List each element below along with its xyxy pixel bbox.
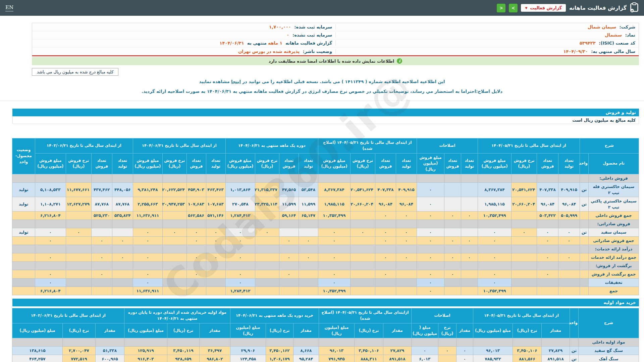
value-cell: ۹۸۶,۸۰۲	[199, 355, 230, 362]
column-header: نرخ (ریال)	[438, 323, 456, 338]
info-row: شرکت: سیمان شمال سرمایه ثبت شده: ۱,۷۰۰,۰…	[32, 23, 639, 31]
value-cell	[537, 262, 558, 270]
status-cell	[12, 245, 35, 253]
report-type-dropdown[interactable]: گزارش فعالیت ▼	[521, 4, 566, 12]
value-cell: ۰	[350, 228, 375, 237]
info-row: نماد: سشمال سرمایه ثبت نشده: ۰	[32, 31, 639, 39]
value-cell: ۴۰۹,۹۱۵	[558, 183, 580, 197]
unit-cell	[580, 212, 588, 220]
raw-materials-table-wrap: شرحواحداز ابتدای سال مالی تا تاریخ ۱۴۰۴/…	[12, 308, 639, 362]
column-header: مبلغ ( میلیون ریال)	[411, 323, 438, 338]
value-cell: ۰	[91, 237, 112, 245]
value-cell	[299, 270, 318, 279]
value-cell: ۶,۲۱۶,۸۰۴	[35, 212, 66, 220]
value-cell: ۰	[417, 287, 444, 295]
chevron-down-icon: ▼	[525, 6, 527, 10]
value-cell	[383, 338, 411, 347]
info-label: منتهی به	[246, 41, 267, 46]
language-switch-en[interactable]: EN	[5, 4, 13, 11]
value-cell: ۲۳,۳۲۵,۱۱۴	[255, 197, 279, 212]
info-value: ۱ ماهه	[267, 41, 284, 46]
column-header: نرخ (ریال)	[62, 323, 95, 338]
value-cell: ۰	[186, 270, 206, 279]
previous-version-link[interactable]: اینجا	[231, 79, 241, 84]
value-cell: ۴۶۳,۴۶۳	[206, 183, 225, 197]
value-cell	[558, 270, 580, 279]
value-cell	[255, 245, 279, 253]
info-label: سال مالی منتهی به:	[590, 49, 635, 54]
value-cell: ۵۰۳,۴۲۲	[537, 212, 558, 220]
column-header: تعداد فروش	[537, 153, 558, 174]
value-cell: ۴۷,۵۶۵	[279, 183, 299, 197]
value-cell: ۳,۴۵۰,۱۱۹	[167, 347, 199, 355]
info-cell: گزارش فعالیت ماهانه ۱ ماهه منتهی به ۱۴۰۴…	[32, 41, 335, 46]
value-cell: ۰	[91, 253, 112, 262]
value-cell: ۴۴۸,۰۵۶	[112, 183, 133, 197]
unit-cell: تن	[580, 197, 588, 212]
value-cell	[66, 245, 91, 253]
table-row: جمع درآمد ارائه خدمات۰۰۰۰۰۰۰۰۰۰۰۰۰۰۰۰۰۰	[12, 253, 639, 262]
value-cell	[112, 270, 133, 279]
value-cell	[537, 287, 558, 295]
info-label: کد صنعت (ISIC):	[597, 41, 635, 46]
value-cell	[318, 174, 350, 183]
column-group-header: اصلاحات	[417, 138, 478, 154]
section-row-label: مواد اولیه داخلی	[579, 338, 639, 347]
value-cell: ۰	[318, 270, 350, 279]
value-cell: ۰	[511, 228, 537, 237]
column-header: مبلغ (میلیون ریال)	[124, 323, 167, 338]
value-cell	[318, 262, 350, 270]
section-row-label: برگشت از فروش:	[589, 262, 639, 270]
column-header: تعداد تولید	[558, 153, 580, 174]
value-cell	[299, 245, 318, 253]
value-cell	[255, 212, 279, 220]
next-report-button[interactable]: >	[509, 4, 518, 12]
value-cell	[35, 245, 66, 253]
value-cell: ۰	[318, 237, 350, 245]
value-cell: ۴۵۴,۹۰۳	[186, 183, 206, 197]
column-header: تعداد تولید	[396, 153, 417, 174]
value-cell	[478, 262, 511, 270]
value-cell: ۰	[461, 237, 478, 245]
column-header: مقدار	[456, 323, 473, 338]
value-cell: ۰	[186, 237, 206, 245]
value-cell	[299, 220, 318, 228]
value-cell	[444, 245, 461, 253]
value-cell: ۰	[299, 237, 318, 245]
value-cell	[473, 338, 513, 347]
value-cell	[444, 262, 461, 270]
column-header: مبلغ (میلیون ریال)	[12, 323, 62, 338]
value-cell: ۰	[478, 237, 511, 245]
value-cell: ۵۰۵,۹۹۹	[558, 212, 580, 220]
value-cell: ۱,۰۱۳,۸۶۴	[225, 183, 255, 197]
value-cell: ۶۵,۱۴۷	[299, 212, 318, 220]
info-cell: سال مالی منتهی به: ۱۴۰۴/۰۹/۳۰	[335, 49, 639, 54]
row-label: سیمان خاکستري فله تیپ ۲	[589, 183, 639, 197]
column-header: نرخ (ریال)	[266, 323, 293, 338]
value-cell	[66, 262, 91, 270]
value-cell	[319, 338, 354, 347]
value-cell: ۰	[35, 279, 66, 287]
value-cell	[112, 245, 133, 253]
value-cell: ۰	[417, 197, 444, 212]
value-cell	[396, 220, 417, 228]
value-cell: ۸۸۸,۳۱۱	[354, 355, 383, 362]
value-cell	[62, 338, 95, 347]
value-cell	[396, 287, 417, 295]
value-cell: ۰	[112, 253, 133, 262]
value-cell	[444, 228, 461, 237]
amounts-note-row: کلیه مبالغ درج شده به میلیون ریال می باش…	[32, 68, 612, 76]
value-cell: ۷۹۱,۹۴۵	[319, 355, 354, 362]
info-label: گزارش فعالیت ماهانه	[284, 41, 332, 46]
value-cell: ۰	[396, 212, 417, 220]
value-cell: ۰	[396, 237, 417, 245]
value-cell	[411, 338, 438, 347]
table-row: تخفیفات۰۰۰۰۰۰	[12, 279, 639, 287]
value-cell: ۹۶,۰۸۴	[396, 197, 417, 212]
value-cell: ۸۷,۷۶۸	[112, 197, 133, 212]
correction-notice: این اطلاعیه اصلاحیه اطلاعیه شماره ( ۱۴۱۱…	[0, 79, 644, 84]
previous-report-button[interactable]: <	[497, 4, 505, 12]
value-cell: ۰	[279, 237, 299, 245]
value-cell	[461, 279, 478, 287]
info-row: کد صنعت (ISIC): ۵۳۹۴۲۳ گزارش فعالیت ماها…	[32, 39, 639, 47]
